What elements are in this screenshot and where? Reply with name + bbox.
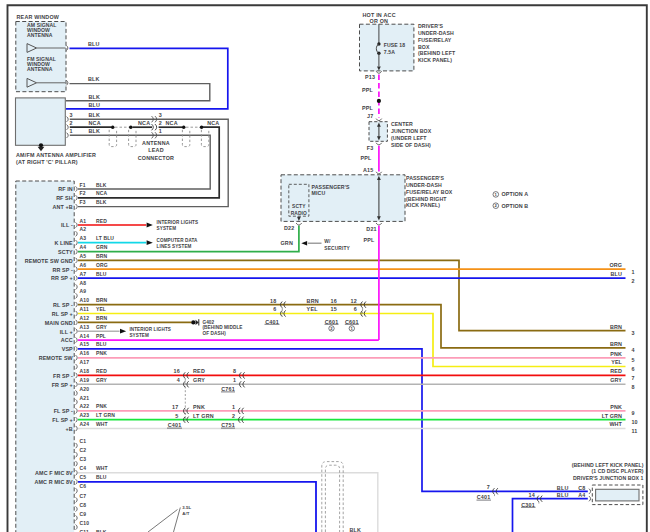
svg-text:BLK: BLK — [89, 112, 101, 118]
svg-text:A5: A5 — [80, 253, 87, 259]
svg-text:YEL: YEL — [611, 359, 622, 365]
svg-text:A2: A2 — [80, 226, 87, 232]
svg-text:C5: C5 — [80, 474, 87, 480]
svg-text:PNK: PNK — [96, 350, 107, 356]
svg-text:A18: A18 — [80, 368, 90, 374]
svg-text:VSP: VSP — [62, 346, 73, 352]
svg-text:REMOTE SW: REMOTE SW — [39, 355, 74, 361]
svg-text:SECURITY: SECURITY — [324, 246, 350, 251]
svg-text:C401: C401 — [477, 494, 491, 500]
svg-text:NCA: NCA — [166, 120, 178, 126]
svg-text:A12: A12 — [80, 315, 90, 321]
svg-text:F2: F2 — [80, 190, 86, 196]
svg-text:5: 5 — [175, 413, 178, 419]
svg-text:K LINE: K LINE — [55, 240, 74, 246]
svg-text:A9: A9 — [80, 288, 87, 294]
svg-text:A15: A15 — [80, 341, 90, 347]
svg-text:GRN: GRN — [280, 240, 293, 246]
svg-text:NCA: NCA — [96, 190, 107, 196]
svg-text:COMPUTER DATA: COMPUTER DATA — [157, 238, 199, 243]
svg-text:10: 10 — [632, 419, 638, 425]
svg-text:BLU: BLU — [88, 41, 100, 47]
svg-text:7: 7 — [487, 484, 490, 490]
svg-text:BLU: BLU — [96, 341, 107, 347]
svg-text:A19: A19 — [80, 377, 90, 383]
svg-text:A4: A4 — [578, 492, 585, 498]
svg-text:NCA: NCA — [89, 120, 101, 126]
svg-text:BRN: BRN — [96, 297, 107, 303]
svg-text:15: 15 — [331, 306, 337, 312]
svg-text:ORG: ORG — [609, 262, 622, 268]
svg-text:+B: +B — [66, 426, 73, 432]
svg-text:C761: C761 — [221, 386, 235, 392]
svg-text:SCTY: SCTY — [58, 249, 73, 255]
svg-text:14: 14 — [529, 492, 535, 498]
svg-text:BRN: BRN — [307, 298, 319, 304]
svg-text:UNDER-DASH: UNDER-DASH — [406, 182, 442, 188]
svg-text:17: 17 — [172, 404, 178, 410]
svg-text:PPL: PPL — [96, 333, 106, 339]
svg-text:1: 1 — [159, 128, 162, 134]
svg-text:C301: C301 — [521, 502, 535, 508]
svg-text:4: 4 — [632, 347, 635, 353]
svg-text:A15: A15 — [363, 167, 374, 173]
svg-text:C1: C1 — [80, 438, 87, 444]
svg-text:F3: F3 — [367, 145, 374, 151]
svg-text:GRN: GRN — [96, 244, 108, 250]
svg-text:A6: A6 — [80, 262, 87, 268]
svg-text:ANT +B: ANT +B — [53, 204, 73, 210]
svg-text:BLK: BLK — [96, 182, 107, 188]
svg-text:FL SP -: FL SP - — [54, 408, 73, 414]
svg-text:RED: RED — [610, 368, 622, 374]
svg-text:INTERIOR LIGHTS: INTERIOR LIGHTS — [157, 220, 199, 225]
svg-text:D21: D21 — [366, 226, 377, 232]
svg-text:DRIVER'S JUNCTION BOX 1: DRIVER'S JUNCTION BOX 1 — [573, 475, 643, 481]
svg-text:WHT: WHT — [96, 465, 108, 471]
svg-text:11: 11 — [632, 428, 638, 434]
svg-text:PNK: PNK — [193, 404, 205, 410]
svg-text:KICK PANEL): KICK PANEL) — [406, 202, 440, 208]
svg-text:SYSTEM: SYSTEM — [129, 333, 149, 338]
svg-text:16: 16 — [331, 298, 337, 304]
svg-text:BLK: BLK — [96, 529, 107, 532]
svg-text:BLK: BLK — [88, 76, 100, 82]
svg-text:C8: C8 — [578, 485, 585, 491]
svg-text:GRY: GRY — [193, 377, 205, 383]
svg-text:RF SH: RF SH — [56, 195, 73, 201]
svg-text:5: 5 — [632, 357, 635, 363]
svg-text:LT GRN: LT GRN — [193, 413, 214, 419]
svg-text:LEAD: LEAD — [148, 147, 163, 153]
svg-text:16: 16 — [174, 368, 180, 374]
svg-text:ORG: ORG — [96, 262, 108, 268]
svg-text:AMC R MIC 8V: AMC R MIC 8V — [34, 479, 73, 485]
svg-text:SIDE OF DASH): SIDE OF DASH) — [391, 142, 431, 148]
svg-text:ILL +: ILL + — [60, 329, 73, 335]
svg-text:A3: A3 — [80, 235, 87, 241]
svg-text:RR SP -: RR SP - — [52, 267, 72, 273]
svg-text:PPL: PPL — [360, 155, 372, 161]
svg-text:C3: C3 — [80, 456, 87, 462]
svg-text:C10: C10 — [80, 520, 90, 526]
svg-text:C401: C401 — [265, 319, 279, 325]
svg-text:ACC: ACC — [61, 337, 73, 343]
svg-text:P13: P13 — [365, 74, 375, 80]
svg-text:JUNCTION BOX: JUNCTION BOX — [391, 128, 432, 134]
svg-text:(BEHIND LEFT KICK PANEL): (BEHIND LEFT KICK PANEL) — [572, 462, 644, 468]
svg-text:WHT: WHT — [96, 421, 108, 427]
svg-text:BLU: BLU — [96, 271, 107, 277]
svg-text:C6: C6 — [80, 483, 87, 489]
svg-text:OPTION B: OPTION B — [502, 203, 529, 209]
svg-text:A10: A10 — [80, 297, 90, 303]
svg-text:(BEHIND RIGHT: (BEHIND RIGHT — [406, 196, 447, 202]
svg-text:FR SP -: FR SP - — [53, 373, 73, 379]
svg-text:(1 CD DISC PLAYER): (1 CD DISC PLAYER) — [591, 468, 643, 474]
svg-text:GRY: GRY — [610, 377, 622, 383]
svg-text:F1: F1 — [80, 182, 86, 188]
svg-text:RED: RED — [96, 218, 107, 224]
svg-text:RADIO: RADIO — [291, 211, 307, 216]
svg-text:6: 6 — [632, 366, 635, 372]
svg-text:J7: J7 — [367, 113, 373, 119]
svg-text:W/: W/ — [324, 239, 331, 244]
svg-text:PNK: PNK — [610, 404, 622, 410]
svg-text:ANTENNA: ANTENNA — [27, 66, 53, 72]
